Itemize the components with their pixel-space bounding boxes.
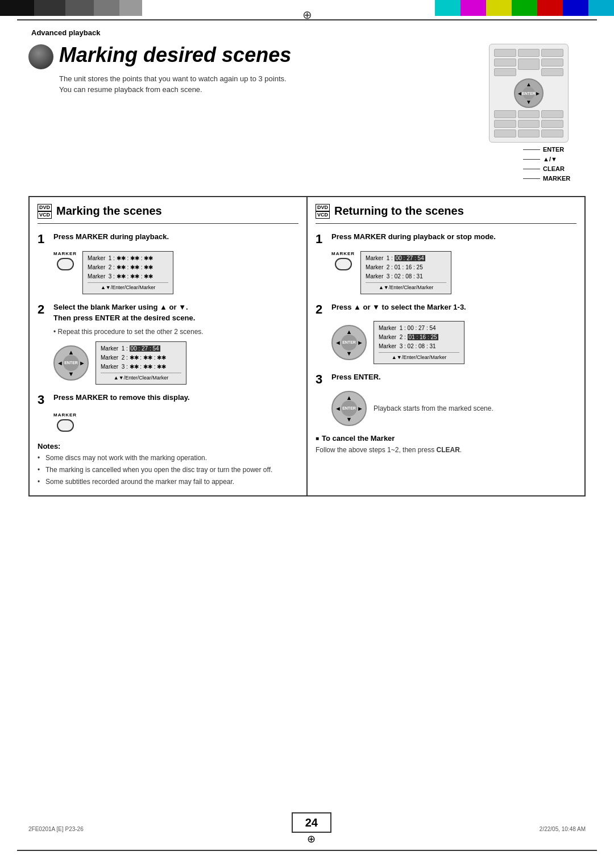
color-block-black1 (0, 0, 34, 16)
color-block-cyan (435, 0, 460, 16)
right-step1-marker-display: MARKER Marker 1 : 00 : 27 : 54 Marker 2 … (331, 251, 576, 294)
remote-clear-label: CLEAR (543, 165, 565, 172)
color-block-black3 (65, 0, 94, 16)
color-block-black5 (119, 0, 142, 16)
right-step2-enter-btn: ENTER ▲ ▼ ◄ ► (331, 325, 367, 360)
remote-illustration: ENTER ▲ ▼ ◄ ► (472, 44, 586, 185)
left-step1-marker-icon (57, 258, 74, 270)
dvd-label-left: DVD (38, 204, 52, 211)
color-block-yellow (486, 0, 512, 16)
footer-crosshair-icon: ⊕ (307, 833, 316, 845)
left-step2-num: 2 (38, 302, 49, 317)
cancel-marker-section: To cancel the Marker Follow the above st… (316, 434, 576, 455)
note-item-2: The marking is cancelled when you open t… (38, 465, 298, 475)
left-step2-enter-btn: ENTER ▲ ▼ ◄ ► (53, 345, 89, 381)
col-right-title: Returning to the scenes (334, 205, 464, 218)
left-step1-num: 1 (38, 232, 49, 247)
left-step-2: 2 Select the blank Marker using ▲ or ▼. … (38, 302, 298, 385)
right-step1-marker-icon (335, 258, 352, 270)
color-block-black2 (34, 0, 65, 16)
subtitle-line2: You can resume playback from each scene. (59, 84, 460, 95)
right-step1-text: Press MARKER during playback or stop mod… (331, 232, 576, 242)
top-border-line (17, 19, 597, 20)
left-step-3: 3 Press MARKER to remove this display. M… (38, 393, 298, 431)
returning-scenes-column: DVD VCD Returning to the scenes 1 Press … (307, 196, 586, 496)
right-step1-num: 1 (316, 232, 327, 247)
vcd-label-left: VCD (38, 211, 52, 219)
color-block-blue (563, 0, 588, 16)
page-content: Advanced playback Marking desired scenes… (28, 23, 586, 496)
color-block-green (512, 0, 537, 16)
marking-scenes-column: DVD VCD Marking the scenes 1 Press MARKE… (28, 196, 307, 496)
right-step3-text: Press ENTER. (331, 372, 576, 382)
title-icon (28, 44, 53, 69)
two-column-section: DVD VCD Marking the scenes 1 Press MARKE… (28, 196, 586, 496)
footer-left-text: 2FE0201A [E] P23-26 (28, 826, 84, 832)
right-step1-nav: ▲▼/Enter/Clear/Marker (366, 282, 446, 291)
dvd-vcd-badge-left: DVD VCD (38, 204, 52, 219)
remote-enter-label: ENTER (543, 146, 564, 153)
left-step2-nav: ▲▼/Enter/Clear/Marker (101, 373, 181, 382)
left-step3-marker-btn: MARKER (53, 412, 77, 432)
left-step1-text: Press MARKER during playback. (53, 232, 298, 242)
cancel-title: To cancel the Marker (316, 434, 576, 443)
col-left-title: Marking the scenes (56, 205, 162, 218)
right-step-3: 3 Press ENTER. ENTER ▲ ▼ ◄ ► Playback st… (316, 372, 576, 425)
footer-center: 24 ⊕ (292, 812, 331, 845)
color-block-ltblue (588, 0, 614, 16)
right-step2-display: ENTER ▲ ▼ ◄ ► Marker 1 : 00 : 27 : 54 Ma… (331, 321, 576, 364)
right-step1-marker-btn: MARKER (331, 251, 355, 270)
footer: 2FE0201A [E] P23-26 24 ⊕ 2/22/05, 10:48 … (0, 812, 614, 845)
note-item-1: Some discs may not work with the marking… (38, 453, 298, 463)
left-step2-text2: Then press ENTER at the desired scene. (53, 313, 298, 323)
color-block-magenta (460, 0, 486, 16)
notes-title: Notes: (38, 442, 298, 450)
section-label: Advanced playback (31, 28, 586, 37)
left-step1-nav: ▲▼/Enter/Clear/Marker (88, 282, 168, 291)
left-step3-num: 3 (38, 393, 49, 407)
right-step2-screen: Marker 1 : 00 : 27 : 54 Marker 2 : 01 : … (374, 321, 464, 364)
left-step3-text: Press MARKER to remove this display. (53, 393, 298, 403)
remote-updown-label: ▲/▼ (543, 156, 557, 162)
right-step1-marker-label: MARKER (331, 251, 355, 256)
color-block-red (537, 0, 563, 16)
dvd-label-right: DVD (316, 204, 330, 211)
remote-marker-label: MARKER (543, 175, 570, 182)
left-step2-screen: Marker 1 : 00 : 27 : 54 Marker 2 : ✱✱ : … (96, 341, 186, 385)
right-step3-enter-btn: ENTER ▲ ▼ ◄ ► (331, 391, 367, 426)
left-step-1: 1 Press MARKER during playback. MARKER M… (38, 232, 298, 295)
subtitle-line1: The unit stores the points that you want… (59, 73, 460, 85)
right-step1-screen: Marker 1 : 00 : 27 : 54 Marker 2 : 01 : … (360, 251, 451, 294)
notes-list: Some discs may not work with the marking… (38, 453, 298, 487)
right-step3-note: Playback starts from the marked scene. (374, 404, 493, 412)
right-step-1: 1 Press MARKER during playback or stop m… (316, 232, 576, 295)
page-number: 24 (292, 812, 331, 833)
left-step1-screen: Marker 1 : ✱✱ : ✱✱ : ✱✱ Marker 2 : ✱✱ : … (82, 251, 173, 294)
main-title: Marking desired scenes (59, 44, 291, 66)
title-area: Marking desired scenes The unit stores t… (28, 44, 460, 95)
left-step2-note: • Repeat this procedure to set the other… (53, 327, 298, 337)
notes-section: Notes: Some discs may not work with the … (38, 442, 298, 487)
right-step3-display: ENTER ▲ ▼ ◄ ► Playback starts from the m… (331, 391, 576, 426)
right-step2-nav: ▲▼/Enter/Clear/Marker (379, 352, 459, 361)
col-right-header: DVD VCD Returning to the scenes (316, 204, 576, 224)
right-step2-num: 2 (316, 302, 327, 317)
left-step1-marker-btn: MARKER (53, 251, 77, 270)
right-step3-num: 3 (316, 372, 327, 387)
col-left-header: DVD VCD Marking the scenes (38, 204, 298, 224)
dvd-vcd-badge-right: DVD VCD (316, 204, 330, 219)
bottom-border-line (17, 850, 597, 851)
footer-right-text: 2/22/05, 10:48 AM (540, 826, 586, 832)
left-step1-marker-label: MARKER (53, 251, 77, 256)
left-step3-marker-label: MARKER (53, 412, 77, 418)
left-step3-marker-icon (57, 419, 74, 432)
right-step-2: 2 Press ▲ or ▼ to select the Marker 1-3.… (316, 302, 576, 364)
left-step2-text1: Select the blank Marker using ▲ or ▼. (53, 302, 298, 312)
vcd-label-right: VCD (316, 211, 330, 219)
cancel-text: Follow the above steps 1~2, then press C… (316, 445, 576, 455)
right-step2-text: Press ▲ or ▼ to select the Marker 1-3. (331, 302, 576, 312)
left-step1-marker-display: MARKER Marker 1 : ✱✱ : ✱✱ : ✱✱ Marker 2 … (53, 251, 298, 294)
left-step3-marker-display: MARKER (53, 412, 298, 432)
note-item-3: Some subtitles recorded around the marke… (38, 477, 298, 487)
color-block-black4 (94, 0, 119, 16)
